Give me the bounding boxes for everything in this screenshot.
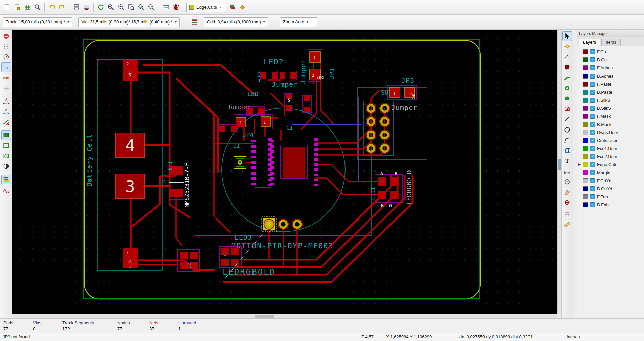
layer-color-swatch[interactable] xyxy=(583,162,588,167)
layer-row-f-silks[interactable]: ✓F.SilkS xyxy=(577,96,644,104)
layer-selector-dropdown[interactable]: Edge.Cuts ▾ xyxy=(186,3,226,12)
layer-row-edge-cuts[interactable]: ▶✓Edge.Cuts xyxy=(577,160,644,168)
layer-color-swatch[interactable] xyxy=(583,65,588,70)
zones-not-filled-button[interactable] xyxy=(1,141,11,150)
zoom-in-button[interactable] xyxy=(106,2,116,12)
via-size-dropdown[interactable]: Via: 31,5 mils (0,80 mm)/ 15,7 mils (0,4… xyxy=(78,17,179,27)
local-ratsnest-button[interactable] xyxy=(562,52,572,62)
layer-visibility-checkbox[interactable]: ✓ xyxy=(590,138,595,143)
vertical-scrollbar-thumb[interactable] xyxy=(558,159,561,170)
refresh-view-button[interactable] xyxy=(96,2,106,12)
layer-color-swatch[interactable] xyxy=(583,146,588,151)
pcb-canvas[interactable]: LED2JumperJP1JumperLEDGRJP3SUJumperJumpe… xyxy=(12,30,557,314)
layer-color-swatch[interactable] xyxy=(583,130,588,135)
route-tracks-button[interactable] xyxy=(562,73,572,83)
layer-visibility-checkbox[interactable]: ✓ xyxy=(590,98,595,103)
microwave-tools-button[interactable] xyxy=(237,2,247,12)
zoom-selection-button[interactable] xyxy=(136,2,146,12)
zones-filled-button[interactable] xyxy=(1,130,11,140)
layer-color-swatch[interactable] xyxy=(583,154,588,159)
tab-items[interactable]: Items xyxy=(601,39,621,46)
layer-row-f-adhes[interactable]: ✓F.Adhes xyxy=(577,64,644,72)
grid-size-dropdown[interactable]: Grid: 3,94 mils (0,1000 mm)▾ xyxy=(204,17,268,27)
layer-color-swatch[interactable] xyxy=(583,202,588,207)
layer-row-b-cu[interactable]: ✓B.Cu xyxy=(577,56,644,64)
layer-row-f-crtyd[interactable]: ✓F.CrtYd xyxy=(577,177,644,185)
add-via-button[interactable] xyxy=(562,83,572,93)
layer-visibility-checkbox[interactable]: ✓ xyxy=(590,90,595,95)
board-setup-button[interactable] xyxy=(12,2,22,12)
layer-pair-button[interactable] xyxy=(227,2,237,12)
add-footprint-button[interactable] xyxy=(562,62,572,72)
polar-coordinates-button[interactable] xyxy=(1,52,11,62)
zoom-auto-button-button[interactable] xyxy=(146,2,156,12)
layer-visibility-checkbox[interactable]: ✓ xyxy=(590,82,595,87)
undo-button[interactable] xyxy=(47,2,57,12)
layer-row-b-paste[interactable]: ✓B.Paste xyxy=(577,88,644,96)
layer-visibility-checkbox[interactable]: ✓ xyxy=(590,106,595,111)
vertical-scrollbar[interactable] xyxy=(557,30,561,314)
layer-visibility-checkbox[interactable]: ✓ xyxy=(590,49,595,54)
grid-origin-button[interactable] xyxy=(562,208,572,218)
zoom-out-button[interactable] xyxy=(116,2,126,12)
layer-visibility-checkbox[interactable]: ✓ xyxy=(590,178,595,183)
measure-button[interactable] xyxy=(562,218,572,228)
high-contrast-mode-button[interactable] xyxy=(1,161,11,171)
units-inches-button[interactable]: in xyxy=(1,62,11,72)
layer-row-dwgs-user[interactable]: ✓Dwgs.User xyxy=(577,128,644,136)
layer-visibility-checkbox[interactable]: ✓ xyxy=(590,202,595,207)
layer-color-swatch[interactable] xyxy=(583,194,588,199)
toggle-drc-button[interactable] xyxy=(1,31,11,41)
drill-place-origin-button[interactable] xyxy=(562,198,572,207)
horizontal-scrollbar[interactable] xyxy=(12,314,557,318)
add-line-button[interactable] xyxy=(562,114,572,124)
auto-delete-track-button[interactable] xyxy=(1,117,11,127)
layer-visibility-checkbox[interactable]: ✓ xyxy=(590,194,595,199)
layer-row-margin[interactable]: ✓Margin xyxy=(577,168,644,177)
layer-row-eco1-user[interactable]: ✓Eco1.User xyxy=(577,144,644,152)
add-dimension-button[interactable] xyxy=(562,166,572,176)
layer-visibility-checkbox[interactable]: ✓ xyxy=(590,74,595,79)
print-button[interactable] xyxy=(71,2,81,12)
layer-visibility-checkbox[interactable]: ✓ xyxy=(590,65,595,70)
layer-row-b-fab[interactable]: ✓B.Fab xyxy=(577,201,644,209)
add-text-button[interactable]: T xyxy=(562,156,572,166)
library-tables-button[interactable] xyxy=(22,2,32,12)
layer-row-b-silks[interactable]: ✓B.SilkS xyxy=(577,104,644,112)
layer-visibility-checkbox[interactable]: ✓ xyxy=(590,57,595,62)
highlight-net-button[interactable] xyxy=(562,42,572,51)
layer-visibility-checkbox[interactable]: ✓ xyxy=(590,146,595,151)
add-target-button[interactable] xyxy=(562,177,572,187)
module-ratsnest-button[interactable] xyxy=(1,107,11,116)
layer-color-swatch[interactable] xyxy=(583,98,588,103)
layer-row-b-mask[interactable]: ✓B.Mask xyxy=(577,120,644,128)
layer-visibility-checkbox[interactable]: ✓ xyxy=(590,130,595,135)
units-mm-button[interactable]: mm xyxy=(1,73,11,83)
add-arc-button[interactable] xyxy=(562,135,572,145)
horizontal-scrollbar-thumb[interactable] xyxy=(255,315,274,318)
layers-manager-toggle-button[interactable] xyxy=(1,175,11,184)
layer-row-b-adhes[interactable]: ✓B.Adhes xyxy=(577,72,644,80)
layer-color-swatch[interactable] xyxy=(583,186,588,191)
select-tool-button[interactable] xyxy=(562,31,572,41)
layer-color-swatch[interactable] xyxy=(583,170,588,175)
layer-color-swatch[interactable] xyxy=(583,74,588,79)
layer-visibility-checkbox[interactable]: ✓ xyxy=(590,162,595,167)
track-width-list-button[interactable] xyxy=(190,17,200,27)
microwave-toolbar-button[interactable] xyxy=(1,185,11,195)
layer-color-swatch[interactable] xyxy=(583,82,588,87)
layer-visibility-checkbox[interactable]: ✓ xyxy=(590,114,595,119)
grid-visibility-button[interactable] xyxy=(1,42,11,51)
design-rules-check-button[interactable] xyxy=(171,2,181,12)
add-circle-button[interactable] xyxy=(562,125,572,135)
show-ratsnest-button[interactable] xyxy=(1,96,11,106)
layer-row-cmts-user[interactable]: ✓Cmts.User xyxy=(577,136,644,144)
layer-visibility-checkbox[interactable]: ✓ xyxy=(590,154,595,159)
cursor-shape-button[interactable] xyxy=(1,83,11,93)
zones-outline-button[interactable] xyxy=(1,151,11,161)
layer-color-swatch[interactable] xyxy=(583,106,588,111)
layer-visibility-checkbox[interactable]: ✓ xyxy=(590,186,595,191)
layer-row-f-mask[interactable]: ✓F.Mask xyxy=(577,112,644,120)
add-zone-button[interactable] xyxy=(562,94,572,103)
layer-color-swatch[interactable] xyxy=(583,49,588,54)
